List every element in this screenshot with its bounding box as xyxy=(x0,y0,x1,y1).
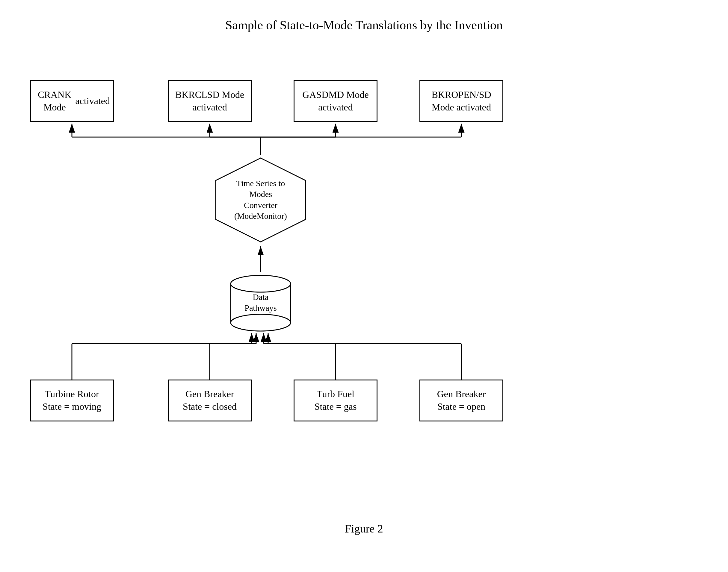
data-pathways-cylinder: Data Pathways xyxy=(228,272,294,332)
gen-open-line2: State = open xyxy=(437,401,485,412)
turb-fuel-line1: Turb Fuel xyxy=(317,388,354,399)
gasdmd-mode-line1: GASDMD Mode xyxy=(302,89,368,100)
bkropen-mode-line1: BKROPEN/SD xyxy=(431,89,491,100)
page-title: Sample of State-to-Mode Translations by … xyxy=(0,0,728,44)
box-bkrclsd-mode: BKRCLSD Mode activated xyxy=(168,80,252,122)
box-bkropen-mode: BKROPEN/SD Mode activated xyxy=(419,80,503,122)
bkrclsd-mode-line1: BKRCLSD Mode xyxy=(175,89,244,100)
converter-hexagon: Time Series to Modes Converter (ModeMoni… xyxy=(210,155,312,245)
svg-point-2 xyxy=(231,275,291,292)
box-crank-mode: CRANK Mode activated xyxy=(30,80,114,122)
converter-label: Time Series to Modes Converter (ModeMoni… xyxy=(228,178,294,222)
turb-fuel-line2: State = gas xyxy=(315,401,357,412)
bkropen-mode-line2: Mode activated xyxy=(432,102,491,113)
box-gen-breaker-closed: Gen Breaker State = closed xyxy=(168,379,252,421)
turbine-line2: State = moving xyxy=(43,401,101,412)
box-gasdmd-mode: GASDMD Mode activated xyxy=(294,80,377,122)
crank-mode-line1: CRANK Mode xyxy=(34,89,75,114)
figure-label: Figure 2 xyxy=(0,522,728,535)
gen-closed-line1: Gen Breaker xyxy=(185,388,234,399)
gen-closed-line2: State = closed xyxy=(183,401,237,412)
gen-open-line1: Gen Breaker xyxy=(437,388,486,399)
gasdmd-mode-line2: activated xyxy=(318,102,353,113)
svg-point-3 xyxy=(231,314,291,331)
data-pathways-label: Data Pathways xyxy=(234,292,288,314)
bkrclsd-mode-line2: activated xyxy=(192,102,227,113)
box-turbine-state: Turbine Rotor State = moving xyxy=(30,379,114,421)
turbine-line1: Turbine Rotor xyxy=(45,388,99,399)
box-gen-breaker-open: Gen Breaker State = open xyxy=(419,379,503,421)
box-turb-fuel-state: Turb Fuel State = gas xyxy=(294,379,377,421)
crank-mode-line2: activated xyxy=(75,95,110,108)
